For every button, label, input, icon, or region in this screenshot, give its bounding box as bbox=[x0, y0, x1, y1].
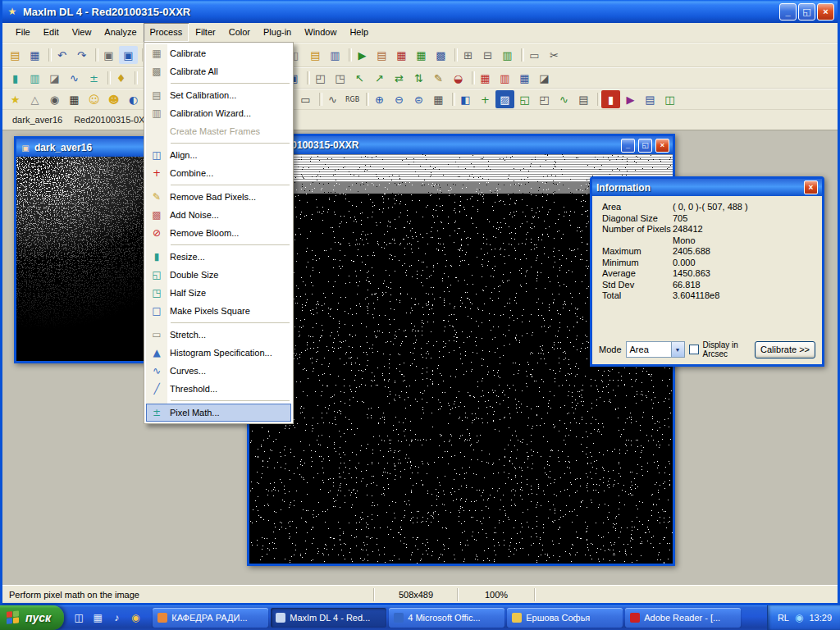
toolbar-button[interactable]: ∿ bbox=[323, 90, 342, 108]
menu-item[interactable]: ▩ Add Noise... bbox=[146, 206, 291, 224]
task-button[interactable]: MaxIm DL 4 - Red... bbox=[271, 608, 386, 628]
menubar-item[interactable]: Process bbox=[144, 23, 189, 42]
toolbar-button[interactable]: ↖ bbox=[350, 69, 369, 87]
toolbar-button[interactable]: ± bbox=[84, 69, 103, 87]
dropdown-arrow-icon[interactable]: ▼ bbox=[671, 342, 684, 357]
toolbar-button[interactable]: ⊟ bbox=[478, 46, 497, 64]
menu-item[interactable]: ◱ Double Size bbox=[146, 266, 291, 284]
menu-item[interactable]: ◳ Half Size bbox=[146, 284, 291, 302]
toolbar-button[interactable]: ▶ bbox=[353, 46, 372, 64]
toolbar-button[interactable]: ◪ bbox=[45, 69, 64, 87]
toolbar-button[interactable]: ▣ bbox=[99, 46, 118, 64]
menubar-item[interactable]: Edit bbox=[37, 23, 66, 42]
restore-button[interactable]: ◱ bbox=[798, 3, 815, 21]
toolbar-button[interactable]: ▥ bbox=[25, 69, 44, 87]
toolbar-button[interactable]: ↶ bbox=[52, 46, 71, 64]
toolbar-button[interactable]: ▤ bbox=[306, 46, 325, 64]
menubar-item[interactable]: Filter bbox=[189, 23, 221, 42]
toolbar-button[interactable]: ▦ bbox=[392, 46, 411, 64]
toolbar-button[interactable]: ▣ bbox=[119, 46, 138, 64]
toolbar-button[interactable]: ▮ bbox=[6, 69, 25, 87]
menu-item[interactable]: ◫ Align... bbox=[146, 146, 291, 164]
toolbar-button[interactable]: ▨ bbox=[495, 90, 514, 108]
menu-item[interactable]: ▦ Calibrate bbox=[146, 44, 291, 62]
app-titlebar[interactable]: ★ MaxIm DL 4 - Red20100315-0XXR _ ◱ × bbox=[2, 0, 838, 23]
toolbar-button[interactable]: ☺ bbox=[84, 90, 103, 108]
menu-item[interactable]: ▤ Set Calibration... bbox=[146, 86, 291, 104]
toolbar-button[interactable]: ◱ bbox=[515, 90, 534, 108]
toolbar-button[interactable]: ◪ bbox=[535, 69, 554, 87]
toolbar-button[interactable]: + bbox=[476, 90, 495, 108]
toolbar-button[interactable]: ◳ bbox=[331, 69, 349, 87]
menubar-item[interactable]: Analyze bbox=[98, 23, 143, 42]
toolbar-button[interactable]: ⊞ bbox=[459, 46, 477, 64]
toolbar-button[interactable]: ◰ bbox=[535, 90, 554, 108]
red-window-titlebar[interactable]: ▣ Red20100315-0XXR _ ◱ × bbox=[249, 136, 673, 154]
toolbar-button[interactable]: ◒ bbox=[449, 69, 468, 87]
menubar-item[interactable]: Color bbox=[222, 23, 257, 42]
toolbar-button[interactable]: ▦ bbox=[412, 46, 431, 64]
toolbar-button[interactable]: ▦ bbox=[65, 90, 84, 108]
toolbar-button[interactable]: ↷ bbox=[72, 46, 91, 64]
quick-launch-icon[interactable]: ◉ bbox=[128, 610, 143, 625]
toolbar-button[interactable]: ✎ bbox=[429, 69, 448, 87]
menubar-item[interactable]: File bbox=[9, 23, 37, 42]
menu-item[interactable]: □ Make Pixels Square bbox=[146, 302, 291, 320]
toolbar-button[interactable]: ✂ bbox=[545, 46, 564, 64]
menu-item[interactable]: ▲ Histogram Specification... bbox=[146, 344, 291, 362]
close-button[interactable]: × bbox=[655, 139, 669, 153]
document-tab[interactable]: dark_aver16 bbox=[12, 115, 62, 125]
arcsec-checkbox[interactable] bbox=[689, 345, 699, 354]
toolbar-button[interactable]: ⇄ bbox=[390, 69, 409, 87]
toolbar-button[interactable]: ★ bbox=[6, 90, 25, 108]
information-close-button[interactable]: × bbox=[804, 180, 818, 194]
toolbar-button[interactable]: △ bbox=[25, 90, 44, 108]
toolbar-button[interactable]: ▤ bbox=[6, 46, 25, 64]
toolbar-button[interactable]: ◫ bbox=[660, 90, 679, 108]
quick-launch-icon[interactable]: ▦ bbox=[90, 610, 105, 625]
restore-button[interactable]: ◱ bbox=[638, 139, 652, 153]
toolbar-button[interactable]: ▤ bbox=[641, 90, 660, 108]
task-button[interactable]: Adobe Reader - [... bbox=[625, 608, 741, 628]
toolbar-button[interactable]: ∿ bbox=[555, 90, 573, 108]
toolbar-button[interactable]: ▦ bbox=[25, 46, 44, 64]
toolbar-button[interactable]: ▩ bbox=[431, 46, 450, 64]
menubar-item[interactable]: Window bbox=[298, 23, 343, 42]
toolbar-button[interactable]: ▦ bbox=[476, 69, 495, 87]
toolbar-button[interactable]: ⊖ bbox=[390, 90, 409, 108]
menu-item[interactable]: ⊘ Remove Bloom... bbox=[146, 224, 291, 242]
mode-dropdown[interactable]: Area ▼ bbox=[626, 341, 685, 358]
toolbar-button[interactable]: ⊜ bbox=[409, 90, 428, 108]
minimize-button[interactable]: _ bbox=[621, 139, 635, 153]
quick-launch-icon[interactable]: ♪ bbox=[109, 610, 124, 625]
menubar-item[interactable]: Help bbox=[343, 23, 375, 42]
toolbar-button[interactable]: ⊕ bbox=[370, 90, 389, 108]
calibrate-button[interactable]: Calibrate >> bbox=[755, 341, 815, 358]
toolbar-button[interactable]: ▦ bbox=[429, 90, 448, 108]
toolbar-button[interactable]: ▥ bbox=[326, 46, 345, 64]
close-button[interactable]: × bbox=[817, 3, 834, 21]
menu-item[interactable]: ▥ Calibration Wizard... bbox=[146, 104, 291, 122]
information-titlebar[interactable]: Information × bbox=[592, 179, 822, 196]
menu-item[interactable]: ∿ Curves... bbox=[146, 362, 291, 380]
toolbar-button[interactable]: ◐ bbox=[124, 90, 143, 108]
menu-item[interactable]: ▮ Resize... bbox=[146, 248, 291, 266]
start-button[interactable]: пуск bbox=[0, 605, 64, 630]
toolbar-button[interactable]: ▶ bbox=[621, 90, 640, 108]
menubar-item[interactable]: Plug-in bbox=[257, 23, 298, 42]
toolbar-button[interactable]: ▤ bbox=[574, 90, 593, 108]
menu-item[interactable]: + Combine... bbox=[146, 164, 291, 182]
toolbar-button[interactable]: ▮ bbox=[601, 90, 620, 108]
task-button[interactable]: Ершова Софья bbox=[507, 608, 623, 628]
menu-item[interactable]: ± Pixel Math... bbox=[146, 404, 291, 422]
toolbar-button[interactable]: ☻ bbox=[104, 90, 123, 108]
language-indicator[interactable]: RL bbox=[778, 613, 789, 623]
menu-item[interactable]: ╱ Threshold... bbox=[146, 380, 291, 398]
tray-icon[interactable]: ◉ bbox=[795, 612, 803, 623]
toolbar-button[interactable]: ◰ bbox=[311, 69, 330, 87]
toolbar-button[interactable]: ⇅ bbox=[409, 69, 428, 87]
quick-launch-icon[interactable]: ◫ bbox=[71, 610, 86, 625]
menu-item[interactable]: ✎ Remove Bad Pixels... bbox=[146, 188, 291, 206]
toolbar-button[interactable]: ▤ bbox=[372, 46, 391, 64]
toolbar-button[interactable]: ▦ bbox=[515, 69, 534, 87]
